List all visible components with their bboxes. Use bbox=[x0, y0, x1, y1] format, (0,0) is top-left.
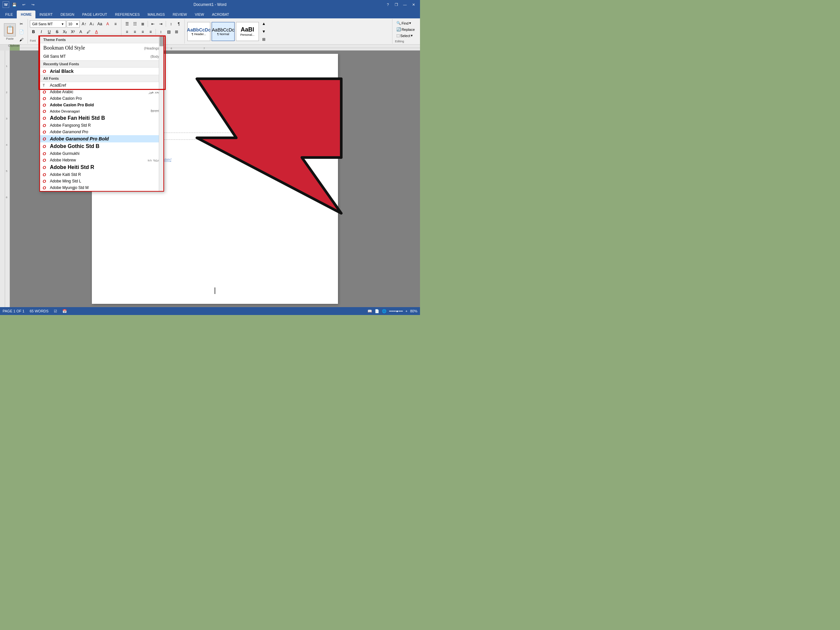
font-item-adobe-caslon-pro[interactable]: O Adobe Caslon Pro bbox=[40, 95, 163, 102]
select-button[interactable]: ⬚ Select ▾ bbox=[395, 33, 416, 38]
minimize-button[interactable]: — bbox=[401, 1, 409, 8]
tab-insert[interactable]: INSERT bbox=[35, 11, 57, 18]
status-left: PAGE 1 OF 1 65 WORDS ☑ 📅 bbox=[3, 309, 67, 313]
tab-references[interactable]: REFERENCES bbox=[111, 11, 144, 18]
font-icon-adobe-garamond-pro-bold: O bbox=[43, 136, 46, 141]
text-effects-button[interactable]: A bbox=[77, 28, 84, 35]
tab-view[interactable]: VIEW bbox=[191, 11, 208, 18]
change-case-button[interactable]: Aa bbox=[96, 21, 103, 28]
align-right-button[interactable]: ≡ bbox=[139, 28, 146, 35]
font-item-arial-black[interactable]: O Arial Black bbox=[40, 68, 163, 75]
styles-down-button[interactable]: ▼ bbox=[260, 28, 267, 35]
increase-indent-button[interactable]: ⇥ bbox=[157, 21, 164, 28]
tab-mailings[interactable]: MAILINGS bbox=[144, 11, 169, 18]
strikethrough-button[interactable]: S bbox=[54, 28, 61, 35]
font-icon-adobe-gothic-std-b: O bbox=[43, 144, 46, 149]
tab-acrobat[interactable]: ACROBAT bbox=[208, 11, 233, 18]
view-icon-print[interactable]: 📄 bbox=[375, 309, 379, 313]
style-normal[interactable]: AaBbCcDc ¶ Normal bbox=[212, 22, 235, 41]
copy-button[interactable]: 📄 bbox=[18, 28, 25, 35]
font-size-selector[interactable]: 10 ▾ bbox=[66, 21, 80, 28]
subscript-button[interactable]: X₂ bbox=[62, 28, 69, 35]
font-item-adobe-fangsong[interactable]: O Adobe Fangsong Std R bbox=[40, 122, 163, 129]
justify-button[interactable]: ≡ bbox=[147, 28, 154, 35]
svg-text:1: 1 bbox=[6, 65, 8, 68]
cursor-line bbox=[215, 287, 215, 294]
view-icon-read[interactable]: 📖 bbox=[368, 309, 372, 313]
replace-button[interactable]: 🔄 Replace bbox=[395, 27, 416, 32]
superscript-button[interactable]: X² bbox=[69, 28, 76, 35]
font-item-adobe-hebrew[interactable]: O Adobe Hebrew אבגד הוז bbox=[40, 157, 163, 163]
restore-button[interactable]: ❐ bbox=[392, 1, 400, 8]
view-icon-web[interactable]: 🌐 bbox=[382, 309, 387, 313]
sort-button[interactable]: ↕ bbox=[167, 21, 175, 28]
clipboard-group: 📋 Paste ✂ 📄 🖌 Clipboard bbox=[1, 19, 28, 44]
font-item-adobe-devanagari[interactable]: O Adobe Devanagari देवनागरी bbox=[40, 108, 163, 114]
font-name-selector[interactable]: Gill Sans MT ▾ bbox=[30, 21, 66, 28]
status-bar: PAGE 1 OF 1 65 WORDS ☑ 📅 📖 📄 🌐 ━━━●━━ + … bbox=[0, 307, 420, 315]
line-spacing-button[interactable]: ↕ bbox=[157, 28, 164, 35]
redo-button[interactable]: ↪ bbox=[29, 1, 37, 8]
multilevel-list-button[interactable]: ≣ bbox=[139, 21, 146, 28]
show-paragraph-button[interactable]: ¶ bbox=[175, 21, 182, 28]
font-item-bookman[interactable]: Bookman Old Style (Headings) bbox=[40, 43, 163, 52]
tab-design[interactable]: DESIGN bbox=[57, 11, 78, 18]
undo-button[interactable]: ↩ bbox=[20, 1, 28, 8]
font-item-gill-sans[interactable]: Gill Sans MT (Body) bbox=[40, 52, 163, 60]
font-item-adobe-garamond-pro[interactable]: O Adobe Garamond Pro bbox=[40, 129, 163, 135]
italic-button[interactable]: I bbox=[38, 28, 45, 35]
numbered-list-button[interactable]: ☷ bbox=[131, 21, 139, 28]
font-item-adobe-gothic-std-b[interactable]: O Adobe Gothic Std B bbox=[40, 142, 163, 150]
font-icon-adobe-caslon-pro-bold: O bbox=[43, 103, 46, 107]
underline-button[interactable]: U bbox=[46, 28, 53, 35]
font-item-adobe-ming-std-l[interactable]: O Adobe Ming Std L bbox=[40, 178, 163, 185]
font-item-adobe-garamond-pro-bold[interactable]: O Adobe Garamond Pro Bold bbox=[40, 135, 163, 142]
dropdown-scrollbar[interactable] bbox=[159, 36, 163, 191]
align-left-button[interactable]: ≡ bbox=[123, 28, 131, 35]
help-button[interactable]: ? bbox=[384, 1, 392, 8]
close-button[interactable]: ✕ bbox=[409, 1, 417, 8]
zoom-label: + bbox=[406, 309, 407, 313]
tab-review[interactable]: REVIEW bbox=[169, 11, 191, 18]
format-painter-button[interactable]: 🖌 bbox=[18, 36, 25, 43]
font-color-button[interactable]: A bbox=[93, 28, 100, 35]
window-title: Document1 - Word bbox=[194, 2, 226, 7]
font-item-adobe-heiti-std-r[interactable]: O Adobe Heiti Std R bbox=[40, 163, 163, 171]
font-item-acadref[interactable]: T AcadEref bbox=[40, 82, 163, 88]
zoom-slider[interactable]: ━━━●━━ bbox=[389, 309, 403, 313]
font-item-adobe-gurmukhi[interactable]: O Adobe Gurmukhi bbox=[40, 150, 163, 157]
styles-expand-button[interactable]: ⊞ bbox=[260, 36, 267, 43]
style-personal[interactable]: AaBl Personal... bbox=[236, 22, 259, 41]
decrease-font-button[interactable]: A↓ bbox=[88, 21, 95, 28]
shading-button[interactable]: ▧ bbox=[165, 28, 172, 35]
font-item-adobe-caslon-pro-bold[interactable]: O Adobe Caslon Pro Bold bbox=[40, 102, 163, 108]
title-bar-left: W 💾 ↩ ↪ bbox=[3, 1, 37, 8]
tab-file[interactable]: FILE bbox=[1, 11, 17, 18]
font-item-adobe-fan-heiti[interactable]: O Adobe Fan Heiti Std B bbox=[40, 114, 163, 122]
font-item-adobe-myungjo-std-m[interactable]: O Adobe Myungjo Std M bbox=[40, 185, 163, 191]
clipboard-label: Clipboard bbox=[8, 43, 21, 47]
font-item-adobe-kaiti-std-r[interactable]: O Adobe Kaiti Std R bbox=[40, 171, 163, 178]
decrease-indent-button[interactable]: ⇤ bbox=[149, 21, 156, 28]
scrollbar-thumb bbox=[159, 36, 163, 46]
styles-up-button[interactable]: ▲ bbox=[260, 20, 267, 27]
font-icon-adobe-arabic: O bbox=[43, 90, 46, 95]
text-highlight-button[interactable]: 🖊 bbox=[85, 28, 92, 35]
align-center-button[interactable]: ≡ bbox=[131, 28, 139, 35]
paste-button[interactable]: 📋 bbox=[4, 23, 16, 36]
tab-page-layout[interactable]: PAGE LAYOUT bbox=[79, 11, 111, 18]
style-header[interactable]: AaBbCcDc ¶ Header... bbox=[187, 22, 210, 41]
bullets-button[interactable]: ≡ bbox=[112, 21, 119, 28]
proofing-icon[interactable]: ☑ bbox=[54, 309, 57, 313]
save-button[interactable]: 💾 bbox=[11, 1, 18, 8]
tab-home[interactable]: HOME bbox=[17, 11, 35, 18]
font-item-adobe-arabic[interactable]: O Adobe Arabic أبجد هوز bbox=[40, 88, 163, 95]
borders-button[interactable]: ⊞ bbox=[173, 28, 180, 35]
find-button[interactable]: 🔍 Find ▾ bbox=[395, 21, 416, 26]
bullets-list-button[interactable]: ☰ bbox=[123, 21, 131, 28]
bold-button[interactable]: B bbox=[30, 28, 37, 35]
calendar-icon[interactable]: 📅 bbox=[62, 309, 67, 313]
clear-formatting-button[interactable]: A bbox=[104, 21, 111, 28]
increase-font-button[interactable]: A↑ bbox=[81, 21, 88, 28]
cut-button[interactable]: ✂ bbox=[18, 21, 25, 28]
